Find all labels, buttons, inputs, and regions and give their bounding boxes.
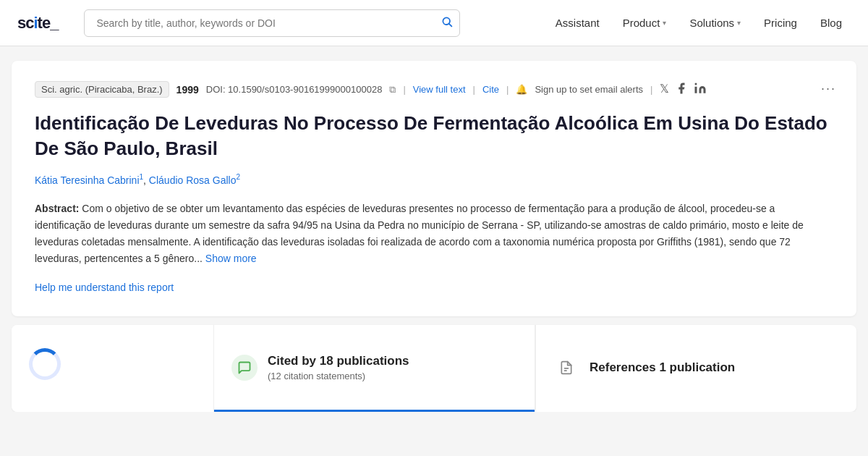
logo: scite_ [17, 14, 58, 33]
journal-name: Sci. agric. (Piracicaba, Braz.) [35, 81, 169, 98]
search-button[interactable] [441, 16, 453, 30]
navbar: scite_ Assistant Product ▾ Solutions ▾ P… [0, 0, 868, 46]
nav-product[interactable]: Product ▾ [614, 11, 676, 35]
search-bar [84, 9, 460, 37]
article-card: ··· Sci. agric. (Piracicaba, Braz.) 1999… [12, 61, 856, 316]
refs-tab-icon [553, 355, 579, 381]
twitter-icon[interactable]: 𝕏 [660, 82, 669, 98]
article-title: Identificação De Leveduras No Processo D… [35, 111, 833, 161]
facebook-icon[interactable] [675, 82, 688, 98]
cited-tab-icon [231, 355, 258, 381]
linkedin-icon[interactable] [694, 82, 707, 98]
copy-icon[interactable]: ⧉ [389, 84, 396, 96]
tab-cited-by[interactable]: Cited by 18 publications (12 citation st… [214, 325, 535, 412]
svg-rect-2 [695, 86, 697, 93]
help-link[interactable]: Help me understand this report [35, 282, 174, 293]
product-chevron-icon: ▾ [663, 19, 666, 27]
author-2-sup: 2 [236, 173, 240, 181]
spinner-area [12, 325, 214, 412]
author-2-link[interactable]: Cláudio Rosa Gallo2 [149, 174, 240, 186]
tab-references[interactable]: References 1 publication [535, 325, 856, 412]
nav-assistant[interactable]: Assistant [547, 11, 608, 35]
search-input[interactable] [84, 9, 460, 37]
abstract-label: Abstract: [35, 203, 79, 214]
view-full-text-link[interactable]: View full text [413, 84, 466, 95]
bottom-section: Cited by 18 publications (12 citation st… [12, 325, 856, 412]
loading-spinner [29, 348, 61, 380]
alert-text: Sign up to set email alerts [535, 84, 643, 95]
nav-solutions[interactable]: Solutions ▾ [681, 11, 749, 35]
nav-pricing[interactable]: Pricing [755, 11, 806, 35]
author-1-link[interactable]: Kátia Teresinha Cabrini1 [35, 174, 143, 186]
bell-icon: 🔔 [516, 84, 527, 95]
svg-line-1 [449, 23, 452, 26]
main-content: ··· Sci. agric. (Piracicaba, Braz.) 1999… [0, 46, 868, 412]
cited-by-label: Cited by 18 publications [268, 353, 409, 369]
authors: Kátia Teresinha Cabrini1, Cláudio Rosa G… [35, 173, 833, 186]
abstract-text: Abstract: Com o objetivo de se obter um … [35, 200, 833, 267]
references-label: References 1 publication [590, 360, 735, 375]
show-more-link[interactable]: Show more [205, 253, 257, 264]
author-1-sup: 1 [140, 173, 144, 181]
publication-year: 1999 [176, 84, 199, 96]
solutions-chevron-icon: ▾ [737, 19, 741, 27]
more-options-icon[interactable]: ··· [821, 81, 836, 96]
social-icons: 𝕏 [660, 82, 707, 98]
citation-statements-label: (12 citation statements) [268, 371, 409, 381]
doi-text: DOI: 10.1590/s0103-90161999000100028 [206, 84, 383, 95]
nav-blog[interactable]: Blog [812, 11, 851, 35]
citations-tabs: Cited by 18 publications (12 citation st… [214, 325, 856, 412]
abstract-section: Abstract: Com o objetivo de se obter um … [35, 200, 833, 267]
search-icon [441, 16, 453, 28]
svg-point-3 [695, 83, 697, 85]
article-meta: Sci. agric. (Piracicaba, Braz.) 1999 DOI… [35, 81, 833, 98]
cite-link[interactable]: Cite [482, 84, 499, 95]
nav-links: Assistant Product ▾ Solutions ▾ Pricing … [547, 11, 851, 35]
